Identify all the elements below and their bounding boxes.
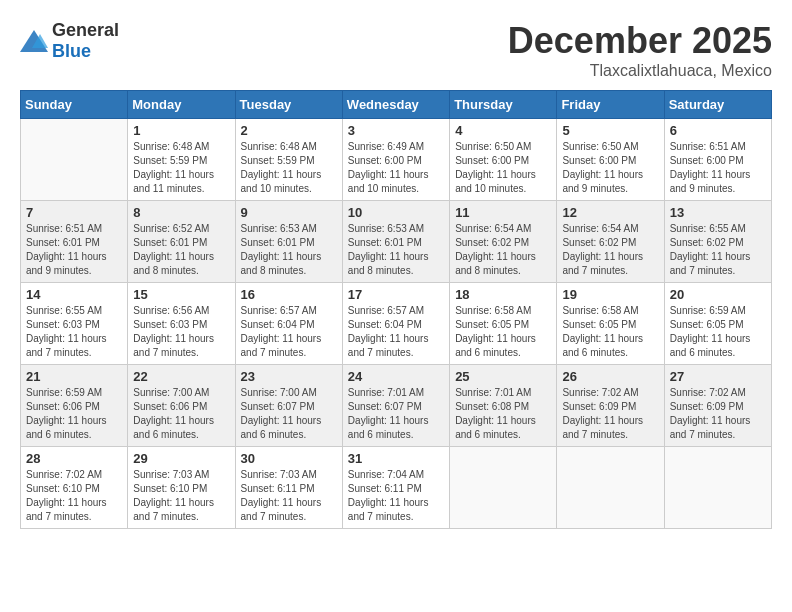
calendar-day-cell: [21, 119, 128, 201]
calendar-day-cell: 18Sunrise: 6:58 AMSunset: 6:05 PMDayligh…: [450, 283, 557, 365]
day-info: Sunrise: 7:03 AMSunset: 6:10 PMDaylight:…: [133, 468, 229, 524]
calendar-day-cell: 22Sunrise: 7:00 AMSunset: 6:06 PMDayligh…: [128, 365, 235, 447]
day-info: Sunrise: 6:55 AMSunset: 6:02 PMDaylight:…: [670, 222, 766, 278]
calendar-day-cell: [557, 447, 664, 529]
day-number: 20: [670, 287, 766, 302]
day-info: Sunrise: 6:58 AMSunset: 6:05 PMDaylight:…: [562, 304, 658, 360]
day-info: Sunrise: 6:50 AMSunset: 6:00 PMDaylight:…: [455, 140, 551, 196]
day-number: 25: [455, 369, 551, 384]
calendar-day-cell: 19Sunrise: 6:58 AMSunset: 6:05 PMDayligh…: [557, 283, 664, 365]
calendar-day-cell: 11Sunrise: 6:54 AMSunset: 6:02 PMDayligh…: [450, 201, 557, 283]
day-number: 16: [241, 287, 337, 302]
day-info: Sunrise: 6:56 AMSunset: 6:03 PMDaylight:…: [133, 304, 229, 360]
calendar-day-cell: 5Sunrise: 6:50 AMSunset: 6:00 PMDaylight…: [557, 119, 664, 201]
day-info: Sunrise: 6:53 AMSunset: 6:01 PMDaylight:…: [348, 222, 444, 278]
day-number: 30: [241, 451, 337, 466]
day-number: 28: [26, 451, 122, 466]
calendar-day-cell: 8Sunrise: 6:52 AMSunset: 6:01 PMDaylight…: [128, 201, 235, 283]
calendar-day-cell: 6Sunrise: 6:51 AMSunset: 6:00 PMDaylight…: [664, 119, 771, 201]
calendar-header-row: SundayMondayTuesdayWednesdayThursdayFrid…: [21, 91, 772, 119]
day-number: 7: [26, 205, 122, 220]
calendar-week-row: 1Sunrise: 6:48 AMSunset: 5:59 PMDaylight…: [21, 119, 772, 201]
calendar-day-cell: 26Sunrise: 7:02 AMSunset: 6:09 PMDayligh…: [557, 365, 664, 447]
logo: General Blue: [20, 20, 119, 62]
calendar-day-cell: 29Sunrise: 7:03 AMSunset: 6:10 PMDayligh…: [128, 447, 235, 529]
calendar-day-cell: 30Sunrise: 7:03 AMSunset: 6:11 PMDayligh…: [235, 447, 342, 529]
day-info: Sunrise: 6:57 AMSunset: 6:04 PMDaylight:…: [241, 304, 337, 360]
calendar-day-cell: 25Sunrise: 7:01 AMSunset: 6:08 PMDayligh…: [450, 365, 557, 447]
day-info: Sunrise: 6:52 AMSunset: 6:01 PMDaylight:…: [133, 222, 229, 278]
calendar-day-cell: 23Sunrise: 7:00 AMSunset: 6:07 PMDayligh…: [235, 365, 342, 447]
calendar-day-cell: [664, 447, 771, 529]
day-of-week-header: Monday: [128, 91, 235, 119]
logo-general: General: [52, 20, 119, 40]
calendar-day-cell: 4Sunrise: 6:50 AMSunset: 6:00 PMDaylight…: [450, 119, 557, 201]
day-number: 13: [670, 205, 766, 220]
calendar-day-cell: 17Sunrise: 6:57 AMSunset: 6:04 PMDayligh…: [342, 283, 449, 365]
day-number: 26: [562, 369, 658, 384]
calendar-week-row: 14Sunrise: 6:55 AMSunset: 6:03 PMDayligh…: [21, 283, 772, 365]
day-of-week-header: Friday: [557, 91, 664, 119]
calendar-day-cell: 9Sunrise: 6:53 AMSunset: 6:01 PMDaylight…: [235, 201, 342, 283]
day-of-week-header: Sunday: [21, 91, 128, 119]
day-info: Sunrise: 6:55 AMSunset: 6:03 PMDaylight:…: [26, 304, 122, 360]
day-number: 15: [133, 287, 229, 302]
month-title: December 2025: [508, 20, 772, 62]
day-info: Sunrise: 7:02 AMSunset: 6:09 PMDaylight:…: [670, 386, 766, 442]
day-number: 2: [241, 123, 337, 138]
day-number: 9: [241, 205, 337, 220]
calendar-day-cell: 20Sunrise: 6:59 AMSunset: 6:05 PMDayligh…: [664, 283, 771, 365]
day-of-week-header: Saturday: [664, 91, 771, 119]
day-number: 22: [133, 369, 229, 384]
day-info: Sunrise: 6:48 AMSunset: 5:59 PMDaylight:…: [241, 140, 337, 196]
day-number: 21: [26, 369, 122, 384]
calendar-day-cell: 21Sunrise: 6:59 AMSunset: 6:06 PMDayligh…: [21, 365, 128, 447]
calendar-week-row: 21Sunrise: 6:59 AMSunset: 6:06 PMDayligh…: [21, 365, 772, 447]
day-number: 14: [26, 287, 122, 302]
day-number: 10: [348, 205, 444, 220]
day-info: Sunrise: 6:59 AMSunset: 6:05 PMDaylight:…: [670, 304, 766, 360]
day-of-week-header: Thursday: [450, 91, 557, 119]
day-info: Sunrise: 7:02 AMSunset: 6:10 PMDaylight:…: [26, 468, 122, 524]
day-info: Sunrise: 6:51 AMSunset: 6:01 PMDaylight:…: [26, 222, 122, 278]
calendar-day-cell: 1Sunrise: 6:48 AMSunset: 5:59 PMDaylight…: [128, 119, 235, 201]
day-info: Sunrise: 6:48 AMSunset: 5:59 PMDaylight:…: [133, 140, 229, 196]
day-info: Sunrise: 7:01 AMSunset: 6:07 PMDaylight:…: [348, 386, 444, 442]
calendar-day-cell: 31Sunrise: 7:04 AMSunset: 6:11 PMDayligh…: [342, 447, 449, 529]
day-number: 1: [133, 123, 229, 138]
calendar-day-cell: 14Sunrise: 6:55 AMSunset: 6:03 PMDayligh…: [21, 283, 128, 365]
day-info: Sunrise: 7:04 AMSunset: 6:11 PMDaylight:…: [348, 468, 444, 524]
day-info: Sunrise: 6:51 AMSunset: 6:00 PMDaylight:…: [670, 140, 766, 196]
day-number: 6: [670, 123, 766, 138]
day-number: 18: [455, 287, 551, 302]
day-number: 27: [670, 369, 766, 384]
day-number: 8: [133, 205, 229, 220]
calendar-day-cell: 12Sunrise: 6:54 AMSunset: 6:02 PMDayligh…: [557, 201, 664, 283]
page-header: General Blue December 2025 Tlaxcalixtlah…: [20, 20, 772, 80]
calendar-week-row: 7Sunrise: 6:51 AMSunset: 6:01 PMDaylight…: [21, 201, 772, 283]
day-info: Sunrise: 7:01 AMSunset: 6:08 PMDaylight:…: [455, 386, 551, 442]
day-info: Sunrise: 6:59 AMSunset: 6:06 PMDaylight:…: [26, 386, 122, 442]
calendar-day-cell: 15Sunrise: 6:56 AMSunset: 6:03 PMDayligh…: [128, 283, 235, 365]
day-of-week-header: Tuesday: [235, 91, 342, 119]
day-info: Sunrise: 6:57 AMSunset: 6:04 PMDaylight:…: [348, 304, 444, 360]
calendar-day-cell: [450, 447, 557, 529]
logo-icon: [20, 30, 48, 52]
calendar-week-row: 28Sunrise: 7:02 AMSunset: 6:10 PMDayligh…: [21, 447, 772, 529]
day-number: 5: [562, 123, 658, 138]
calendar-day-cell: 16Sunrise: 6:57 AMSunset: 6:04 PMDayligh…: [235, 283, 342, 365]
day-info: Sunrise: 6:53 AMSunset: 6:01 PMDaylight:…: [241, 222, 337, 278]
calendar-day-cell: 28Sunrise: 7:02 AMSunset: 6:10 PMDayligh…: [21, 447, 128, 529]
calendar-day-cell: 3Sunrise: 6:49 AMSunset: 6:00 PMDaylight…: [342, 119, 449, 201]
day-number: 29: [133, 451, 229, 466]
day-number: 31: [348, 451, 444, 466]
day-number: 12: [562, 205, 658, 220]
day-number: 4: [455, 123, 551, 138]
location-title: Tlaxcalixtlahuaca, Mexico: [508, 62, 772, 80]
calendar-day-cell: 2Sunrise: 6:48 AMSunset: 5:59 PMDaylight…: [235, 119, 342, 201]
day-info: Sunrise: 6:54 AMSunset: 6:02 PMDaylight:…: [455, 222, 551, 278]
calendar-day-cell: 27Sunrise: 7:02 AMSunset: 6:09 PMDayligh…: [664, 365, 771, 447]
logo-text: General Blue: [52, 20, 119, 62]
day-number: 24: [348, 369, 444, 384]
calendar-table: SundayMondayTuesdayWednesdayThursdayFrid…: [20, 90, 772, 529]
